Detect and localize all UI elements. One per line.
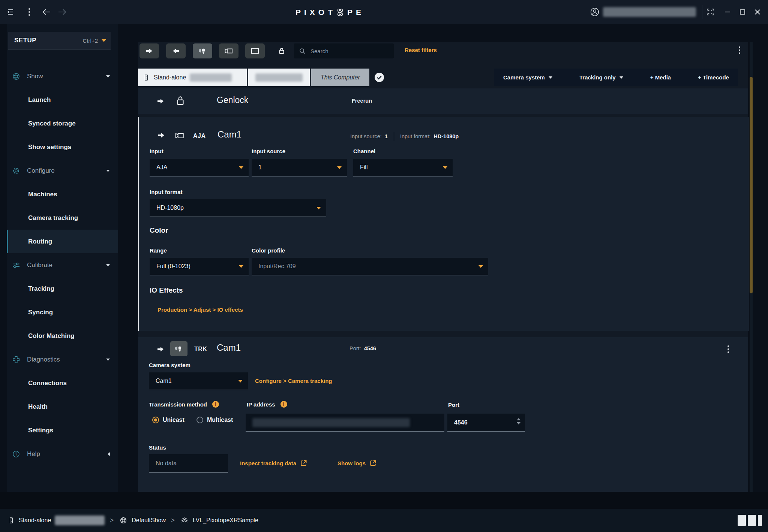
filter-video-button[interactable] — [219, 43, 238, 58]
toolbar-more-button[interactable] — [737, 45, 742, 55]
sidebar-item-label: Syncing — [28, 309, 53, 316]
sidebar-item-camera-tracking[interactable]: Camera tracking — [7, 206, 118, 230]
lock-icon[interactable] — [175, 94, 186, 107]
add-media-button[interactable]: + Media — [650, 74, 671, 81]
sidebar-item-health[interactable]: Health — [7, 395, 118, 418]
breadcrumb-show[interactable]: DefaultShow — [132, 517, 166, 524]
tab-standalone[interactable]: Stand-alone — [138, 69, 247, 86]
info-icon[interactable]: i — [212, 401, 219, 408]
status-label: Status — [149, 444, 166, 451]
io-effects-link[interactable]: Production > Adjust > IO effects — [158, 306, 243, 313]
range-dropdown[interactable]: Full (0-1023) — [150, 258, 249, 275]
sidebar-item-calibrate[interactable]: Calibrate — [7, 253, 118, 277]
port-input[interactable]: 4546 — [447, 414, 525, 432]
tab-this-computer[interactable]: This Computer — [311, 69, 369, 86]
chevron-down-icon — [106, 75, 110, 78]
channel-dropdown[interactable]: Fill — [353, 159, 453, 176]
reset-filters-link[interactable]: Reset filters — [405, 47, 437, 53]
input-dropdown[interactable]: AJA — [150, 159, 249, 176]
filter-lock-button[interactable] — [272, 43, 291, 58]
tab-machine-2[interactable] — [248, 69, 310, 86]
machine-icon — [142, 73, 150, 82]
fit-window-button[interactable] — [705, 7, 716, 17]
sidebar-item-settings[interactable]: Settings — [7, 418, 118, 442]
show-logs-link[interactable]: Show logs — [338, 459, 377, 467]
panel-toggle-icon[interactable] — [738, 515, 746, 526]
sidebar-item-tracking[interactable]: Tracking — [7, 277, 118, 300]
sidebar-item-launch[interactable]: Launch — [7, 88, 118, 112]
camera-system-label: Camera system — [149, 362, 190, 368]
stepper-down-icon[interactable] — [517, 422, 520, 424]
expand-row-arrow-icon[interactable] — [156, 345, 165, 354]
multicast-option[interactable]: Multicast — [196, 417, 233, 423]
monitor-icon — [250, 46, 260, 55]
number-stepper[interactable] — [517, 418, 520, 424]
radio-multicast[interactable] — [196, 417, 203, 423]
nav-forward-button[interactable] — [57, 7, 68, 17]
app-menu-button[interactable] — [24, 7, 34, 17]
sidebar-item-color-matching[interactable]: Color Matching — [7, 324, 118, 348]
sidebar-item-syncing[interactable]: Syncing — [7, 300, 118, 324]
tracking-only-filter[interactable]: Tracking only — [579, 74, 623, 81]
unicast-option[interactable]: Unicast — [152, 417, 184, 423]
sidebar-item-configure[interactable]: Configure — [7, 159, 118, 182]
panel-toggle-icon[interactable] — [758, 515, 762, 526]
filter-label: + Media — [650, 74, 671, 81]
configure-camera-tracking-link[interactable]: Configure > Camera tracking — [255, 378, 332, 384]
maximize-icon — [739, 9, 746, 15]
io-effects-heading: IO Effects — [150, 286, 183, 294]
input-format-dropdown[interactable]: HD-1080p — [150, 199, 326, 217]
camera-system-dropdown[interactable]: Cam1 — [149, 372, 248, 390]
sidebar-item-show-settings[interactable]: Show settings — [7, 135, 118, 159]
expand-row-arrow-icon[interactable] — [156, 131, 166, 140]
status-value-box: No data — [149, 454, 228, 473]
chevron-down-icon — [549, 76, 552, 79]
filter-label: Camera system — [503, 74, 545, 81]
setup-mode-selector[interactable]: SETUP Ctrl+2 — [8, 32, 111, 49]
setup-label: SETUP — [14, 37, 36, 44]
close-button[interactable] — [752, 7, 763, 17]
panel-toggle-icon[interactable] — [748, 515, 756, 526]
camera-system-filter[interactable]: Camera system — [503, 74, 552, 81]
sidebar-item-diagnostics[interactable]: Diagnostics — [7, 348, 118, 371]
content-bottom-strip — [0, 492, 768, 509]
input-source-dropdown[interactable]: 1 — [252, 159, 347, 176]
sidebar-item-connections[interactable]: Connections — [7, 371, 118, 395]
trk-more-button[interactable] — [726, 344, 730, 354]
input-format-value: HD-1080p — [156, 205, 184, 211]
color-profile-dropdown[interactable]: Input/Rec.709 — [252, 258, 488, 275]
atom-icon — [335, 7, 345, 17]
scrollbar-thumb[interactable] — [750, 77, 753, 293]
inspect-tracking-data-link[interactable]: Inspect tracking data — [240, 459, 308, 467]
filter-inputs-button[interactable] — [166, 43, 186, 58]
layers-icon — [180, 516, 189, 525]
sidebar-item-show[interactable]: Show — [7, 64, 118, 88]
stepper-up-icon[interactable] — [517, 418, 520, 420]
sidebar-item-machines[interactable]: Machines — [7, 182, 118, 206]
sidebar-collapse-button[interactable] — [5, 7, 16, 17]
filter-tracking-button[interactable] — [193, 43, 212, 58]
sidebar-item-routing[interactable]: Routing — [7, 230, 118, 253]
user-account-button[interactable] — [590, 7, 600, 17]
aja-badge: AJA — [193, 133, 206, 139]
link-label: Inspect tracking data — [240, 460, 296, 466]
expand-row-arrow-icon[interactable] — [156, 97, 165, 106]
info-icon[interactable]: i — [280, 401, 287, 408]
main-panel: Reset filters Stand-alone This Computer … — [138, 42, 748, 492]
ip-address-input[interactable] — [246, 414, 444, 432]
sidebar-item-help[interactable]: ? Help — [7, 442, 118, 466]
search-input[interactable] — [310, 48, 386, 55]
breadcrumb-level[interactable]: LVL_PixotopeXRSample — [193, 517, 258, 524]
minimize-button[interactable] — [722, 7, 733, 17]
maximize-button[interactable] — [737, 7, 748, 17]
filter-display-button[interactable] — [245, 43, 265, 58]
add-timecode-button[interactable]: + Timecode — [698, 74, 729, 81]
sidebar-item-synced-storage[interactable]: Synced storage — [7, 112, 118, 135]
show-sphere-icon — [119, 516, 128, 525]
breadcrumb-machine[interactable]: Stand-alone — [19, 517, 51, 524]
filter-outputs-button[interactable] — [140, 43, 159, 58]
show-sphere-icon — [11, 72, 21, 81]
nav-back-button[interactable] — [41, 7, 52, 17]
radio-unicast[interactable] — [152, 417, 159, 423]
sidebar-item-label: Show — [27, 73, 43, 80]
